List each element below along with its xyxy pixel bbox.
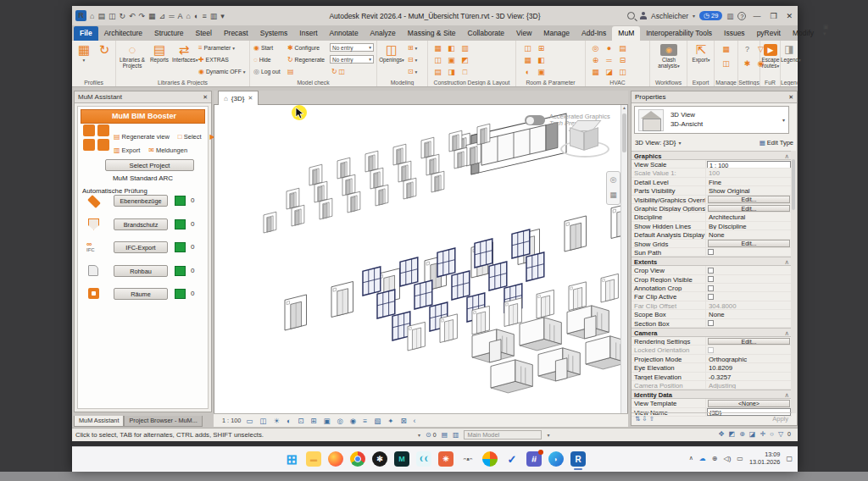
section-header-camera[interactable]: Camera∧ — [632, 328, 792, 337]
construction-tool-icon-8[interactable]: ◩ — [460, 56, 470, 65]
property-value[interactable] — [706, 275, 792, 283]
user-avatar-icon[interactable] — [639, 12, 647, 19]
assistant-close-icon[interactable]: ✕ — [203, 94, 208, 101]
property-value[interactable]: 10.8209 — [706, 363, 792, 371]
view-scale-control[interactable]: 1 : 100 — [222, 417, 241, 424]
room-tool-icon-3[interactable]: ◐ — [523, 68, 532, 77]
hvac-tool-icon-9[interactable]: ◫ — [618, 68, 627, 77]
room-tool-icon-1[interactable]: ◫ — [523, 44, 532, 53]
undo-icon[interactable]: ↶ — [129, 12, 136, 20]
regenerate-button[interactable]: ↻ Regenerate — [287, 56, 325, 64]
r-ume-button[interactable]: Räume — [114, 288, 168, 300]
clash-analysis-button[interactable]: ◉Clash analysis▾ — [654, 42, 684, 69]
ribbon-tab-modify[interactable]: Modify — [787, 26, 820, 41]
ribbon-display-toggle-icon[interactable]: ▣ ▾ — [823, 24, 829, 41]
select-pinned-icon[interactable]: ⊕ — [739, 430, 745, 438]
taskbar-icon-revit[interactable]: R — [570, 451, 586, 467]
ribbon-tab-file[interactable]: File — [74, 26, 98, 41]
view-tab-close-icon[interactable]: ✕ — [248, 95, 253, 102]
ribbon-tab-steel[interactable]: Steel — [190, 26, 218, 41]
default-3d-view-icon[interactable]: ⌂ — [186, 12, 191, 20]
ribbon-tab-view[interactable]: View — [510, 26, 537, 41]
brandschutz-button[interactable]: Brandschutz — [114, 218, 168, 230]
properties-scrollbar[interactable] — [791, 151, 796, 413]
openings-button[interactable]: ◫Openings▾ — [379, 42, 404, 64]
taskbar-icon-photos[interactable] — [482, 451, 498, 467]
section-header-identity-data[interactable]: Identity Data∧ — [632, 390, 792, 399]
property-value[interactable] — [706, 248, 792, 256]
report-doc-icon[interactable]: ▤ — [287, 68, 294, 75]
property-value[interactable]: -0.3257 — [706, 373, 792, 380]
construction-tool-icon-6[interactable]: ◨ — [447, 68, 456, 77]
crop-view-icon[interactable]: ⊡ — [298, 417, 303, 425]
property-value[interactable]: None — [706, 310, 792, 318]
volume-icon[interactable]: ◁) — [724, 455, 732, 462]
hvac-tool-icon-8[interactable]: ⊟ — [618, 56, 627, 65]
text-icon[interactable]: A — [178, 12, 183, 20]
ribbon-tab-add-ins[interactable]: Add-Ins — [576, 26, 612, 41]
hvac-tool-icon-7[interactable]: ▤ — [618, 44, 627, 53]
taskbar-icon-orange-app[interactable]: ✳ — [438, 451, 453, 467]
main-model-dropdown[interactable]: Main Model — [464, 430, 542, 440]
hide-button[interactable]: ◌ Hide — [253, 56, 271, 64]
tile-views-icon[interactable]: ▥ — [210, 12, 218, 20]
sun-settings-icon[interactable]: ☀ — [273, 417, 280, 425]
model-check-combo-1[interactable]: No entry▾ — [330, 43, 374, 52]
apply-button[interactable]: Apply — [772, 415, 788, 423]
home-icon[interactable]: ⌂ — [90, 12, 94, 20]
hvac-tool-icon-4[interactable]: ● — [604, 44, 614, 53]
manage-tool-icon-2[interactable]: ◫ — [721, 59, 731, 69]
construction-tool-icon-9[interactable]: □ — [460, 68, 470, 77]
app-button[interactable]: R — [75, 10, 86, 21]
room-tool-icon-4[interactable]: ⊞ — [537, 44, 546, 53]
ribbon-tab-structure[interactable]: Structure — [148, 26, 190, 41]
property-value[interactable]: Orthographic — [706, 355, 792, 362]
network-icon[interactable]: ⊕ — [712, 455, 718, 462]
property-value[interactable] — [706, 346, 792, 353]
property-value[interactable]: Edit... — [706, 337, 792, 345]
modeling-tool-2[interactable]: ⊟ ▾ — [408, 56, 417, 64]
ribbon-tab-issues[interactable]: Issues — [718, 26, 751, 41]
hvac-tool-icon-5[interactable]: ═ — [604, 56, 614, 65]
sync-icon[interactable]: ↻ — [119, 12, 125, 20]
close-button[interactable]: ✕ — [783, 12, 795, 20]
hvac-tool-icon-3[interactable]: ▦ — [591, 68, 600, 77]
room-tool-icon-6[interactable]: ▣ — [537, 68, 546, 77]
ribbon-tab-collaborate[interactable]: Collaborate — [462, 26, 510, 41]
select-links-icon[interactable]: ✥ — [719, 430, 725, 438]
element-selector-caret-icon[interactable]: ▾ — [678, 140, 681, 146]
open-icon[interactable]: ▤ — [97, 12, 105, 20]
room-tool-icon-5[interactable]: ◧ — [537, 56, 546, 65]
user-name[interactable]: Aschleicher — [651, 12, 688, 20]
background-process-icon[interactable]: ○ — [770, 430, 774, 438]
extras-button[interactable]: ✚ EXTRAS — [198, 56, 229, 64]
ribbon-tab-analyze[interactable]: Analyze — [364, 26, 402, 41]
modeling-tool-1[interactable]: ⊞ ▾ — [408, 44, 417, 52]
navigation-bar[interactable]: ◎▦ — [606, 171, 620, 205]
battery-icon[interactable]: ▭ — [737, 455, 743, 462]
lock-3d-view-icon[interactable]: ▣ — [323, 417, 330, 425]
property-value[interactable]: Edit... — [706, 204, 792, 212]
ribbon-tab-mum[interactable]: MuM — [612, 26, 640, 41]
screen-size-icon[interactable]: ▭ — [246, 417, 253, 425]
redo-icon[interactable]: ↷ — [139, 12, 146, 20]
select-project-button[interactable]: Select Project — [105, 159, 194, 171]
section-header-extents[interactable]: Extents∧ — [632, 257, 792, 266]
property-value[interactable]: Fine — [706, 178, 792, 185]
help-icon[interactable]: ? — [737, 12, 746, 20]
drag-on-selection-icon[interactable]: ✛ — [760, 430, 765, 438]
profiles-sync-button[interactable]: ↻ — [95, 42, 114, 57]
viewcube[interactable] — [566, 119, 605, 163]
regenerate-view-link[interactable]: ▤Regenerate view — [114, 133, 170, 141]
shadows-icon[interactable]: ◐ — [287, 417, 291, 425]
ribbon-tab-insert[interactable]: Insert — [293, 26, 323, 41]
property-value[interactable]: Adjusting — [706, 381, 792, 389]
search-icon[interactable] — [627, 12, 635, 19]
log-out-button[interactable]: ◎ Log out — [253, 68, 281, 75]
taskbar-icon-file-explorer[interactable]: ▬ — [306, 451, 321, 467]
ribbon-tab-systems[interactable]: Systems — [254, 26, 294, 41]
tray-expand-icon[interactable]: ∧ — [689, 455, 693, 462]
construction-tool-icon-7[interactable]: ▥ — [460, 44, 470, 53]
construction-tool-icon-5[interactable]: ▣ — [447, 56, 456, 65]
sort-icons[interactable]: ⇅ ⇩ ⇧ — [635, 415, 654, 423]
